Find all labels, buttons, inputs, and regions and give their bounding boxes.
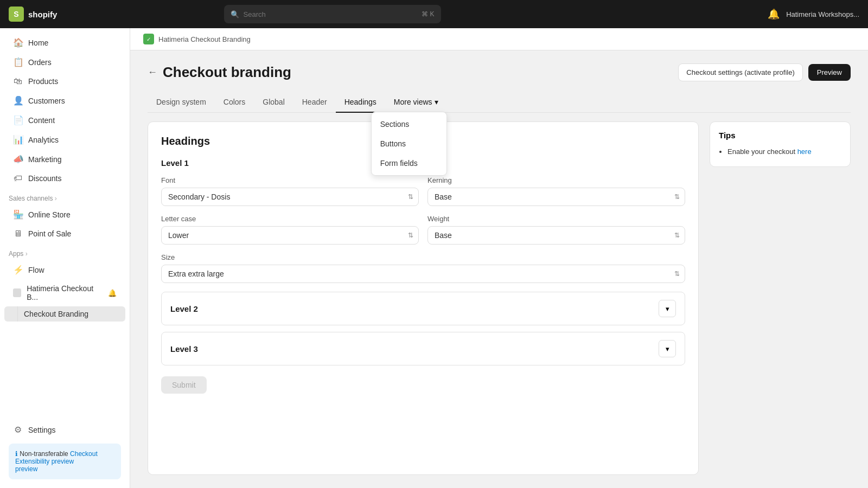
more-views-label: More views (394, 98, 432, 106)
level3-collapse-btn[interactable]: ▾ (659, 340, 676, 357)
dropdown-item-sections[interactable]: Sections (372, 114, 446, 134)
search-bar[interactable]: 🔍 ⌘ K (224, 5, 441, 23)
tips-item-0: Enable your checkout here (727, 146, 841, 158)
letter-case-group: Letter case Lower Upper None ⇅ (161, 215, 419, 245)
breadcrumb-text: Hatimeria Checkout Branding (158, 35, 251, 43)
discounts-icon: 🏷 (13, 174, 23, 183)
sidebar-item-products[interactable]: 🛍 Products (4, 72, 125, 91)
top-nav: S shopify 🔍 ⌘ K 🔔 Hatimeria Workshops... (0, 0, 868, 28)
dropdown-item-form-fields[interactable]: Form fields (372, 153, 446, 173)
notification-icon: 🔔 (108, 289, 117, 297)
bell-icon[interactable]: 🔔 (768, 8, 780, 20)
lettercase-weight-row: Letter case Lower Upper None ⇅ (161, 215, 685, 245)
sidebar-item-flow[interactable]: ⚡ Flow (4, 260, 125, 279)
size-select-wrapper: Extra extra large Extra large Large Medi… (161, 265, 685, 283)
sidebar-label-flow: Flow (28, 266, 44, 274)
weight-select-wrapper: Base Bold Light ⇅ (427, 226, 685, 245)
apps-expand-icon[interactable]: › (25, 250, 28, 258)
sidebar-label-customers: Customers (28, 97, 65, 105)
sidebar-item-marketing[interactable]: 📣 Marketing (4, 150, 125, 169)
sidebar-item-analytics[interactable]: 📊 Analytics (4, 130, 125, 149)
level2-header[interactable]: Level 2 ▾ (162, 292, 685, 325)
tips-item-text: Enable your checkout (727, 147, 797, 156)
online-store-icon: 🏪 (13, 209, 23, 220)
marketing-icon: 📣 (13, 154, 23, 164)
level2-section: Level 2 ▾ (161, 292, 685, 325)
weight-select[interactable]: Base Bold Light (427, 226, 685, 245)
level2-collapse-btn[interactable]: ▾ (659, 300, 676, 317)
dropdown-item-buttons[interactable]: Buttons (372, 134, 446, 153)
sidebar-item-point-of-sale[interactable]: 🖥 Point of Sale (4, 224, 125, 243)
letter-case-label: Letter case (161, 215, 419, 223)
breadcrumb: ✓ Hatimeria Checkout Branding (130, 28, 868, 50)
search-icon: 🔍 (231, 10, 239, 18)
kerning-label: Kerning (427, 176, 685, 184)
sidebar-label-point-of-sale: Point of Sale (28, 229, 71, 238)
tab-colors[interactable]: Colors (215, 92, 254, 113)
flow-icon: ⚡ (13, 265, 23, 275)
size-select[interactable]: Extra extra large Extra large Large Medi… (161, 265, 685, 283)
tabs-with-content: Design system Colors Global Header Headi… (148, 92, 851, 475)
size-row: Size Extra extra large Extra large Large… (161, 253, 685, 283)
tab-headings[interactable]: Headings (336, 92, 385, 113)
back-arrow[interactable]: ← (148, 67, 157, 78)
font-select-wrapper: Secondary - Dosis Primary - Inter System… (161, 188, 419, 206)
orders-icon: 📋 (13, 57, 23, 67)
store-name[interactable]: Hatimeria Workshops... (786, 10, 859, 18)
sidebar-item-hatimeria-parent[interactable]: Hatimeria Checkout B... 🔔 (4, 280, 125, 306)
weight-label: Weight (427, 215, 685, 223)
tab-bar-wrapper: Design system Colors Global Header Headi… (148, 92, 851, 113)
point-of-sale-icon: 🖥 (13, 229, 23, 239)
submit-button[interactable]: Submit (161, 376, 207, 394)
sidebar-item-home[interactable]: 🏠 Home (4, 33, 125, 52)
preview-button[interactable]: Preview (808, 64, 851, 81)
search-input[interactable] (244, 10, 418, 18)
sidebar-label-checkout-branding: Checkout Branding (24, 310, 88, 318)
kerning-select[interactable]: Base Loose Tight (427, 188, 685, 206)
tips-link[interactable]: here (797, 147, 812, 156)
search-shortcut: ⌘ K (422, 10, 434, 18)
font-kerning-row: Font Secondary - Dosis Primary - Inter S… (161, 176, 685, 206)
level3-header[interactable]: Level 3 ▾ (162, 332, 685, 365)
home-icon: 🏠 (13, 37, 23, 48)
tab-bar: Design system Colors Global Header Headi… (148, 92, 851, 113)
main-layout: 🏠 Home 📋 Orders 🛍 Products 👤 Customers 📄… (0, 28, 868, 488)
customers-icon: 👤 (13, 95, 23, 106)
sales-channels-label: Sales channels › (0, 188, 130, 204)
page-header: ← Checkout branding Checkout settings (a… (148, 63, 851, 81)
sidebar-label-content: Content (28, 116, 55, 125)
font-select[interactable]: Secondary - Dosis Primary - Inter System… (161, 188, 419, 206)
font-group: Font Secondary - Dosis Primary - Inter S… (161, 176, 419, 206)
tips-list: Enable your checkout here (719, 146, 841, 158)
page-title: Checkout branding (163, 64, 291, 81)
hatimeria-icon (13, 288, 21, 297)
tips-panel: Tips Enable your checkout here (710, 121, 851, 167)
sidebar-item-online-store[interactable]: 🏪 Online Store (4, 205, 125, 224)
nav-right: 🔔 Hatimeria Workshops... (768, 8, 859, 20)
sidebar-label-marketing: Marketing (28, 155, 61, 164)
chevron-down-icon: ▾ (435, 98, 438, 106)
sidebar-label-online-store: Online Store (28, 210, 71, 219)
breadcrumb-app-icon: ✓ (143, 34, 154, 44)
notice-text: Non-transferable (20, 450, 70, 458)
tab-design-system[interactable]: Design system (148, 92, 215, 113)
letter-case-select[interactable]: Lower Upper None (161, 226, 419, 245)
tab-global[interactable]: Global (254, 92, 293, 113)
sidebar-item-content[interactable]: 📄 Content (4, 111, 125, 130)
sales-channels-expand-icon[interactable]: › (55, 195, 57, 202)
checkout-settings-button[interactable]: Checkout settings (activate profile) (678, 63, 802, 81)
shopify-logo: S shopify (9, 7, 57, 22)
tips-title: Tips (719, 131, 841, 140)
tab-more-views[interactable]: More views ▾ Sections Buttons Form field… (385, 92, 447, 113)
sidebar-settings[interactable]: ⚙ Settings (4, 420, 125, 439)
tab-header[interactable]: Header (293, 92, 336, 113)
notice-icon: ℹ (15, 450, 18, 458)
sidebar-label-home: Home (28, 38, 48, 47)
sidebar-item-orders[interactable]: 📋 Orders (4, 53, 125, 72)
sidebar-nav: 🏠 Home 📋 Orders 🛍 Products 👤 Customers 📄… (0, 28, 130, 416)
sidebar-item-customers[interactable]: 👤 Customers (4, 91, 125, 110)
sidebar-item-checkout-branding[interactable]: Checkout Branding (4, 306, 125, 322)
size-label: Size (161, 253, 685, 261)
apps-label: Apps › (0, 243, 130, 260)
sidebar-item-discounts[interactable]: 🏷 Discounts (4, 169, 125, 188)
